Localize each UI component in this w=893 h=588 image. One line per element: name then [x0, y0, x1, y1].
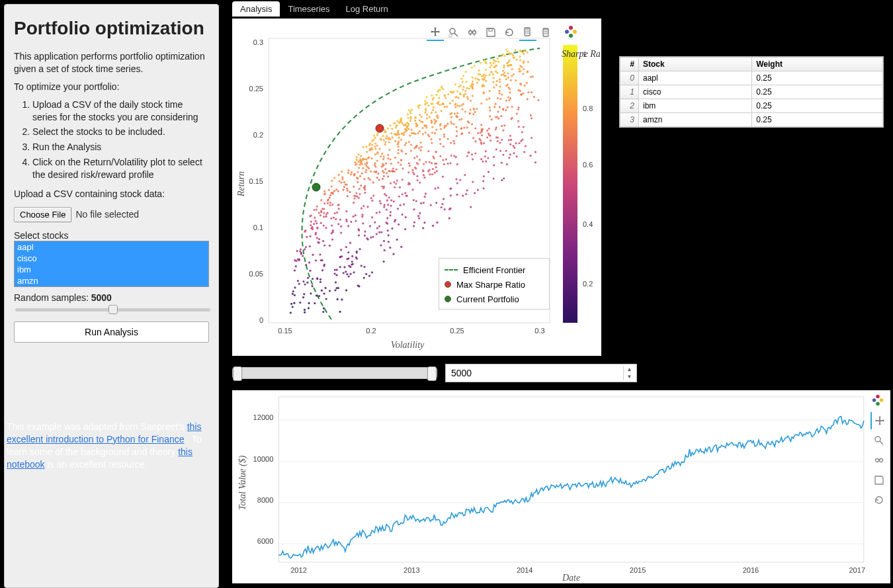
- svg-point-883: [313, 209, 315, 211]
- svg-point-583: [415, 167, 417, 169]
- svg-point-1063: [444, 125, 446, 127]
- svg-point-1008: [479, 73, 481, 75]
- svg-point-212: [348, 275, 350, 277]
- stock-option[interactable]: amzn: [15, 275, 208, 286]
- svg-point-1065: [466, 189, 468, 191]
- hover-icon[interactable]: [538, 24, 555, 41]
- svg-point-967: [419, 142, 421, 144]
- choose-file-button[interactable]: Choose File: [14, 207, 71, 222]
- svg-point-471: [329, 290, 331, 292]
- stock-option[interactable]: ibm: [15, 264, 208, 275]
- svg-point-866: [315, 259, 317, 261]
- svg-point-432: [378, 225, 380, 227]
- run-analysis-button[interactable]: Run Analysis: [14, 321, 209, 343]
- wheel-zoom-icon[interactable]: [464, 24, 481, 41]
- tab-log-return[interactable]: Log Return: [338, 1, 396, 17]
- svg-point-1097: [312, 183, 320, 191]
- svg-point-973: [534, 151, 536, 153]
- save-icon[interactable]: [482, 24, 499, 41]
- random-samples-slider[interactable]: [15, 308, 210, 312]
- svg-point-237: [466, 96, 468, 98]
- reset-icon[interactable]: [501, 24, 518, 41]
- svg-point-1081: [502, 108, 504, 110]
- svg-point-733: [465, 193, 467, 195]
- svg-point-303: [458, 118, 460, 120]
- svg-point-308: [365, 169, 367, 171]
- svg-point-118: [309, 270, 311, 272]
- svg-point-589: [389, 214, 391, 216]
- svg-point-553: [292, 293, 294, 295]
- svg-point-1039: [486, 136, 488, 138]
- svg-point-561: [503, 71, 505, 73]
- svg-point-277: [507, 50, 509, 52]
- svg-point-1002: [327, 198, 329, 200]
- svg-point-460: [398, 146, 400, 147]
- samples-spinner[interactable]: 5000 ▲ ▼: [445, 364, 637, 382]
- stock-option[interactable]: aapl: [15, 241, 208, 253]
- svg-point-313: [329, 204, 331, 206]
- svg-point-63: [512, 145, 514, 147]
- svg-point-512: [406, 122, 408, 124]
- tap-icon[interactable]: [519, 24, 536, 41]
- table-row: 2ibm0.25: [620, 99, 883, 113]
- svg-point-356: [488, 74, 490, 76]
- svg-point-168: [294, 294, 296, 296]
- svg-point-332: [509, 88, 511, 90]
- svg-point-1051: [526, 82, 528, 84]
- svg-point-105: [391, 228, 393, 230]
- svg-point-442: [484, 60, 486, 62]
- slider-handle-right[interactable]: [427, 366, 437, 381]
- save-icon[interactable]: [871, 472, 888, 489]
- svg-point-327: [439, 89, 441, 91]
- svg-point-858: [443, 134, 445, 136]
- table-header[interactable]: Weight: [752, 58, 883, 71]
- reset-icon[interactable]: [871, 491, 888, 509]
- svg-point-647: [355, 163, 357, 165]
- tab-timeseries[interactable]: Timeseries: [280, 1, 337, 17]
- slider-handle-left[interactable]: [233, 366, 242, 381]
- tab-analysis[interactable]: Analysis: [232, 1, 280, 17]
- svg-point-827: [304, 283, 306, 285]
- svg-point-860: [436, 116, 438, 118]
- svg-point-556: [371, 144, 373, 146]
- svg-text:Total Value ($): Total Value ($): [237, 455, 248, 510]
- svg-point-127: [437, 187, 439, 189]
- svg-point-141: [316, 206, 318, 208]
- svg-point-289: [390, 183, 392, 185]
- stocks-multiselect[interactable]: aapl cisco ibm amzn: [14, 241, 209, 287]
- wheel-zoom-icon[interactable]: [871, 452, 888, 469]
- svg-point-88: [423, 202, 425, 204]
- line-toolbar: [871, 393, 888, 509]
- svg-point-935: [493, 66, 495, 68]
- bokeh-logo-icon[interactable]: [563, 24, 579, 40]
- svg-point-381: [507, 77, 509, 79]
- spinner-down-icon[interactable]: ▼: [624, 373, 635, 380]
- svg-text:0.2: 0.2: [253, 131, 263, 139]
- svg-point-188: [485, 160, 487, 162]
- box-zoom-icon[interactable]: [871, 432, 888, 449]
- svg-point-417: [423, 177, 425, 179]
- svg-point-899: [368, 275, 370, 277]
- pan-icon[interactable]: [427, 24, 444, 41]
- svg-point-557: [383, 206, 385, 208]
- pan-icon[interactable]: [871, 412, 888, 429]
- bokeh-logo-icon[interactable]: [871, 393, 888, 409]
- table-header[interactable]: Stock: [639, 58, 752, 71]
- box-zoom-icon[interactable]: [445, 24, 462, 41]
- svg-point-667: [480, 139, 482, 141]
- svg-point-757: [354, 161, 356, 163]
- svg-point-406: [351, 255, 353, 257]
- svg-point-408: [445, 158, 447, 160]
- scatter-chart[interactable]: Sharpe Ratio 0 0.05 0.1 0.15 0.2 0.25 0.…: [232, 19, 601, 356]
- svg-point-365: [474, 111, 476, 113]
- table-header[interactable]: #: [620, 58, 639, 71]
- svg-point-803: [435, 163, 437, 165]
- spinner-up-icon[interactable]: ▲: [624, 366, 635, 373]
- svg-point-433: [384, 129, 386, 131]
- stock-option[interactable]: cisco: [15, 253, 208, 264]
- svg-point-151: [424, 112, 426, 114]
- svg-point-854: [405, 128, 407, 130]
- svg-point-462: [454, 112, 456, 114]
- value-line-chart[interactable]: 6000 8000 10000 12000 2012 2013 2014 201…: [232, 390, 890, 583]
- samples-range-slider[interactable]: [232, 367, 437, 379]
